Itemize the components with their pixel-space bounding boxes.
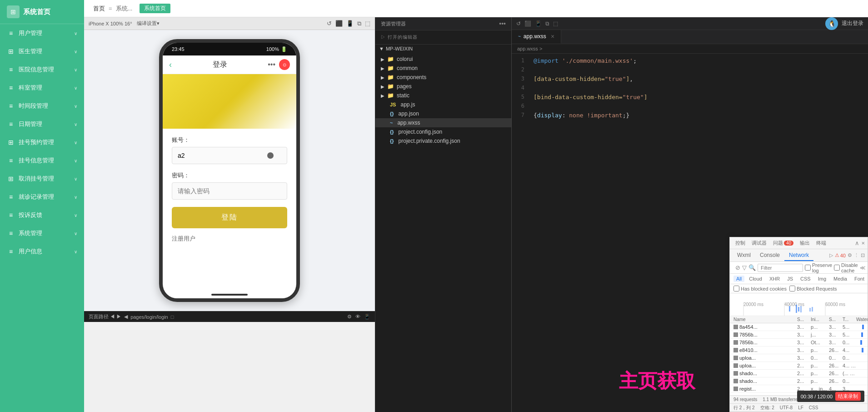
filter-all[interactable]: All — [733, 276, 744, 282]
table-row[interactable]: 8a454... 3... p... 3... 5... — [730, 323, 868, 331]
folder-static[interactable]: ▶ 📁 static — [375, 91, 511, 100]
sidebar-item-feedback[interactable]: ≡ 投诉反馈 ∨ — [0, 206, 84, 224]
table-row[interactable]: e8410... 3... p... 26... 4... — [730, 347, 868, 354]
filter-icon[interactable]: ▽ — [742, 264, 747, 271]
filter-xhr[interactable]: XHR — [767, 276, 783, 282]
table-row[interactable]: 7856b... 3... Ot... 3... 0... — [730, 339, 868, 347]
devtools-expand-icon[interactable]: ∧ — [855, 240, 859, 246]
login-button[interactable]: 登陆 — [172, 207, 287, 228]
device-icon[interactable]: 📱 — [364, 314, 370, 320]
sidebar-item-visit[interactable]: ≡ 就诊记录管理 ∨ — [0, 188, 84, 206]
settings-gear-icon[interactable]: ⚙ — [347, 314, 352, 320]
password-input[interactable] — [172, 182, 287, 200]
blocked-cookies-filter[interactable]: Has blocked cookies — [733, 286, 787, 291]
row-t-7: (... 2... — [843, 371, 856, 376]
tab-app-wxss[interactable]: ~ app.wxss × — [512, 30, 561, 44]
filter-js[interactable]: JS — [784, 276, 796, 282]
devtools-tab-issues[interactable]: 问题 40 — [770, 239, 796, 247]
end-record-button[interactable]: 结束录制 — [835, 392, 861, 401]
sidebar-item-sys[interactable]: ≡ 系统管理 ∨ — [0, 224, 84, 242]
devtools-tab-debugger[interactable]: 调试器 — [749, 239, 769, 247]
filter-font[interactable]: Font — [852, 276, 867, 282]
folder-colorui[interactable]: ▶ 📁 colorui — [375, 55, 511, 64]
folder-pages[interactable]: ▶ 📁 pages — [375, 82, 511, 91]
file-project-config[interactable]: {} project.config.json — [375, 127, 511, 136]
settings-icon[interactable]: ⚙ — [848, 252, 852, 258]
table-row[interactable]: shado... 2... p... 26... 0... — [730, 377, 868, 385]
blocked-requests-filter[interactable]: Blocked Requests — [789, 286, 837, 291]
filter-arrow-icon[interactable]: ▷ — [829, 252, 833, 258]
phone-icon[interactable]: 📱 — [346, 20, 354, 27]
logout-button[interactable]: 退出登录 — [842, 20, 863, 27]
sidebar-item-appt-info[interactable]: ≡ 挂号信息管理 ∨ — [0, 151, 84, 170]
layout-icon[interactable]: ⬚ — [365, 20, 370, 27]
network-timeline: 20000 ms 40000 ms 60000 ms — [730, 293, 868, 316]
stop-icon[interactable]: ⬛ — [335, 20, 343, 27]
sidebar-item-doctor[interactable]: ⊞ 医生管理 ∨ — [0, 42, 84, 60]
compile-settings[interactable]: 编译设置▾ — [137, 20, 160, 27]
devtools-tab-output[interactable]: 输出 — [797, 239, 813, 247]
sidebar-item-userinfo[interactable]: ≡ 用户信息 ∨ — [0, 242, 84, 261]
network-table[interactable]: Name S... Ini... S... T... Waterfall 8a4… — [730, 316, 868, 395]
table-row[interactable]: 7856b... 3... j... 3... 5... — [730, 331, 868, 339]
back-icon[interactable]: ‹ — [169, 60, 172, 70]
tab-close-icon[interactable]: × — [551, 33, 554, 40]
sidebar-item-cancel[interactable]: ⊞ 取消挂号管理 ∨ — [0, 170, 84, 188]
blocked-requests-checkbox[interactable] — [789, 286, 795, 291]
code-editor: ↺ ⬛ 📱 ⧉ ⬚ 🐧 退出登录 — [511, 17, 868, 412]
phone-time: 23:45 — [172, 46, 185, 52]
filter-input[interactable] — [758, 264, 803, 272]
folder-components[interactable]: ▶ 📁 components — [375, 73, 511, 82]
filter-cloud[interactable]: Cloud — [746, 276, 765, 282]
explorer-more-icon[interactable]: ••• — [499, 20, 506, 27]
sidebar-item-hospital[interactable]: ≡ 医院信息管理 ∨ — [0, 60, 84, 79]
disable-cache-checkbox[interactable] — [834, 265, 840, 271]
eye-icon[interactable]: 👁 — [355, 314, 360, 320]
filter-media[interactable]: Media — [831, 276, 850, 282]
devtools-close-icon[interactable]: × — [861, 240, 865, 246]
search-icon[interactable]: 🔍 — [748, 264, 756, 271]
subtab-wxml[interactable]: Wxml — [733, 250, 755, 261]
refresh-icon[interactable]: ↺ — [327, 20, 332, 27]
file-app-js[interactable]: JS app.js — [375, 100, 511, 109]
mp-weixin-header[interactable]: ▼ MP-WEIXIN — [375, 45, 511, 53]
table-row[interactable]: uploa... 3... 0... 0... 0... — [730, 354, 868, 362]
sidebar-item-date[interactable]: ≡ 日期管理 ∨ — [0, 115, 84, 133]
row-t-3: 0... — [843, 340, 856, 345]
preserve-log-checkbox[interactable] — [805, 265, 811, 271]
subtab-console[interactable]: Console — [755, 250, 784, 261]
header-t: T... — [843, 317, 856, 322]
file-project-private[interactable]: {} project.private.config.json — [375, 136, 511, 146]
filter-css[interactable]: CSS — [798, 276, 813, 282]
throttle-icon[interactable]: ≪ — [860, 265, 866, 271]
table-row[interactable]: shado... 2... p... 26... (... 2... — [730, 370, 868, 377]
top-icon-4[interactable]: ⧉ — [545, 20, 549, 27]
register-link[interactable]: 注册用户 — [172, 233, 287, 245]
blocked-cookies-checkbox[interactable] — [733, 286, 739, 291]
new-panel-icon[interactable]: ⊡ — [861, 252, 865, 258]
more-icon[interactable]: ••• — [268, 60, 275, 69]
devtools-tab-control[interactable]: 控制 — [733, 239, 748, 247]
table-row[interactable]: uploa... 2... p... 26... 4... 3... — [730, 362, 868, 370]
file-app-json[interactable]: {} app.json — [375, 109, 511, 118]
sidebar-item-time[interactable]: ≡ 时间段管理 ∨ — [0, 97, 84, 115]
top-icon-2[interactable]: ⬛ — [524, 20, 531, 27]
top-icon-1[interactable]: ↺ — [516, 20, 521, 27]
folder-common[interactable]: ▶ 📁 common — [375, 64, 511, 73]
top-icon-5[interactable]: ⬚ — [553, 20, 558, 27]
preserve-log-label[interactable]: Preserve log — [805, 262, 832, 273]
file-app-wxss[interactable]: ~ app.wxss — [375, 118, 511, 127]
sidebar-item-lab[interactable]: ≡ 科室管理 ∨ — [0, 79, 84, 97]
sidebar-item-user-mgmt[interactable]: ≡ 用户管理 ∨ — [0, 24, 84, 42]
clear-icon[interactable]: ⊘ — [735, 264, 740, 271]
sidebar-item-appt[interactable]: ⊞ 挂号预约管理 ∨ — [0, 133, 84, 151]
more-devtools-icon[interactable]: ⋮ — [854, 252, 859, 258]
filter-img[interactable]: Img — [815, 276, 829, 282]
split-icon[interactable]: ⧉ — [357, 20, 361, 27]
devtools-tab-terminal[interactable]: 终端 — [813, 239, 829, 247]
chevron-down-icon-12: ∨ — [74, 231, 77, 236]
top-icon-3[interactable]: 📱 — [535, 20, 542, 27]
subtab-network[interactable]: Network — [784, 250, 813, 261]
sidebar-logo[interactable]: ⊞ 系统首页 — [0, 0, 84, 24]
disable-cache-label[interactable]: Disable cache — [834, 262, 858, 273]
